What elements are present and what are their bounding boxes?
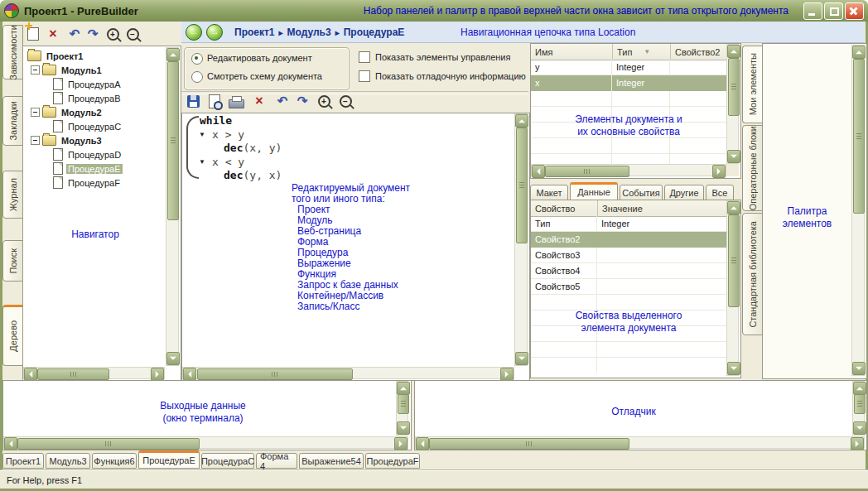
save-button[interactable] <box>184 92 202 110</box>
scroll-down-button[interactable] <box>727 150 740 163</box>
checkbox-show-controls[interactable] <box>359 51 370 63</box>
breadcrumb-item[interactable]: Проект1 <box>234 26 275 38</box>
scroll-thumb[interactable] <box>854 394 866 414</box>
navigator-hscrollbar[interactable] <box>23 367 165 379</box>
tree-item-procedure-d[interactable]: ПроцедураD <box>53 147 123 161</box>
tree-item-module1[interactable]: Модуль1 <box>31 63 104 77</box>
doc-tab-expression54[interactable]: Выражение54 <box>299 453 364 469</box>
palette-vscrollbar[interactable] <box>851 45 865 376</box>
scroll-up-button[interactable] <box>166 48 180 61</box>
scroll-up-button[interactable] <box>853 382 866 395</box>
nav-forward-button[interactable]: → <box>206 24 223 41</box>
navigator-vscrollbar[interactable] <box>166 47 179 366</box>
editor-vscrollbar[interactable] <box>514 113 528 366</box>
delete-button[interactable]: × <box>250 92 268 110</box>
delete-button[interactable]: × <box>44 25 62 43</box>
tree-item-procedure-e[interactable]: ПроцедураE <box>53 161 123 176</box>
new-document-button[interactable] <box>24 25 42 43</box>
prop-row-type[interactable]: Тип <box>531 216 596 232</box>
radio-edit-document[interactable] <box>191 53 203 65</box>
scroll-right-button[interactable] <box>394 437 407 450</box>
tree-item-project1[interactable]: Проект1 <box>27 49 84 63</box>
table-cell[interactable]: Integer <box>612 75 726 91</box>
branch-collapse-icon[interactable]: ▼ <box>199 131 205 138</box>
prop-row-prop5[interactable]: Свойство5 <box>531 279 596 295</box>
table-row-y[interactable]: y <box>531 60 611 75</box>
left-tab-tree[interactable]: Дерево <box>2 305 23 366</box>
tree-item-procedure-f[interactable]: ПроцедураF <box>53 176 122 190</box>
column-header-type[interactable]: Тип▼ <box>612 44 678 60</box>
scroll-down-button[interactable] <box>515 352 528 365</box>
table-row-x[interactable]: x <box>531 75 611 91</box>
zoom-out-button[interactable]: − <box>336 92 354 110</box>
left-tab-search[interactable]: Поиск <box>2 240 23 282</box>
radio-view-schema[interactable] <box>191 71 203 83</box>
doc-tab-procedure-f[interactable]: ПроцедураF <box>365 453 420 469</box>
scroll-left-button[interactable] <box>532 165 545 178</box>
scroll-up-button[interactable] <box>515 114 528 128</box>
palette-tab-operator-blocks[interactable]: Операторные блоки <box>742 125 764 211</box>
prop-row-prop3[interactable]: Свойство3 <box>531 248 596 263</box>
prop-value[interactable] <box>597 263 726 279</box>
scroll-thumb[interactable] <box>545 166 629 177</box>
prop-row-prop4[interactable]: Свойство4 <box>531 263 596 279</box>
branch-collapse-icon[interactable]: ▼ <box>199 158 205 166</box>
doc-tab-procedure-e[interactable]: ПроцедураЕ <box>138 450 200 469</box>
scroll-right-button[interactable] <box>851 437 864 450</box>
doc-tab-project1[interactable]: Проект1 <box>2 453 44 469</box>
undo-button[interactable]: ↶ <box>273 92 292 110</box>
scroll-up-button[interactable] <box>727 45 740 58</box>
props-tab-events[interactable]: События <box>620 185 663 200</box>
props-tab-all[interactable]: Все <box>706 185 734 200</box>
scroll-right-button[interactable] <box>712 165 726 178</box>
palette-tab-standard-library[interactable]: Стандартная библиотека <box>742 213 764 335</box>
code-line-while[interactable]: while <box>200 114 232 127</box>
elements-vscrollbar[interactable] <box>726 44 739 164</box>
scroll-up-button[interactable] <box>397 382 410 395</box>
code-line-call1[interactable]: dec(x, y) <box>224 142 282 154</box>
scroll-thumb[interactable] <box>197 368 353 380</box>
scroll-right-button[interactable] <box>151 368 164 381</box>
scroll-up-button[interactable] <box>852 46 866 59</box>
scroll-thumb[interactable] <box>17 438 200 450</box>
prop-row-prop2[interactable]: Свойство2 <box>531 232 726 248</box>
props-tab-layout[interactable]: Макет <box>530 185 568 200</box>
breadcrumb-item[interactable]: ПроцедураЕ <box>344 26 405 38</box>
scroll-left-button[interactable] <box>416 437 429 450</box>
scroll-down-button[interactable] <box>397 421 410 435</box>
prop-value[interactable] <box>597 279 726 295</box>
output-vscrollbar[interactable] <box>396 381 408 436</box>
collapse-icon[interactable] <box>31 136 40 145</box>
print-preview-button[interactable] <box>205 92 224 110</box>
scroll-down-button[interactable] <box>853 421 866 435</box>
scroll-right-button[interactable] <box>500 368 514 381</box>
code-line-call2[interactable]: dec(y, x) <box>224 169 282 181</box>
scroll-thumb[interactable] <box>728 214 740 307</box>
maximize-button[interactable] <box>824 2 843 20</box>
print-button[interactable] <box>227 92 245 110</box>
left-tab-journal[interactable]: Журнал <box>2 171 23 219</box>
scroll-thumb[interactable] <box>429 438 629 450</box>
editor-hscrollbar[interactable] <box>182 367 514 379</box>
tree-item-module3[interactable]: Модуль3 <box>31 133 104 147</box>
debugger-vscrollbar[interactable] <box>852 381 865 436</box>
zoom-in-button[interactable]: + <box>104 25 122 43</box>
redo-button[interactable]: ↷ <box>84 25 102 43</box>
doc-tab-function6[interactable]: Функция6 <box>92 453 137 469</box>
output-hscrollbar[interactable] <box>3 436 408 449</box>
column-header-name[interactable]: Имя <box>531 44 620 60</box>
elements-hscrollbar[interactable] <box>531 164 726 176</box>
scroll-thumb[interactable] <box>398 394 409 414</box>
scroll-down-button[interactable] <box>166 352 180 365</box>
scroll-thumb[interactable] <box>853 59 865 214</box>
checkbox-show-debug[interactable] <box>359 70 370 82</box>
scroll-left-button[interactable] <box>4 437 17 450</box>
scroll-up-button[interactable] <box>727 201 740 214</box>
doc-tab-form4[interactable]: Форма 4 <box>256 453 297 469</box>
scroll-down-button[interactable] <box>852 362 866 375</box>
props-tab-other[interactable]: Другие <box>664 185 704 200</box>
scroll-thumb[interactable] <box>167 61 179 220</box>
code-line-cond2[interactable]: x < y <box>212 156 244 168</box>
doc-tab-procedure-c[interactable]: ПроцедураС <box>201 453 254 469</box>
column-header-property[interactable]: Свойство <box>531 200 605 217</box>
